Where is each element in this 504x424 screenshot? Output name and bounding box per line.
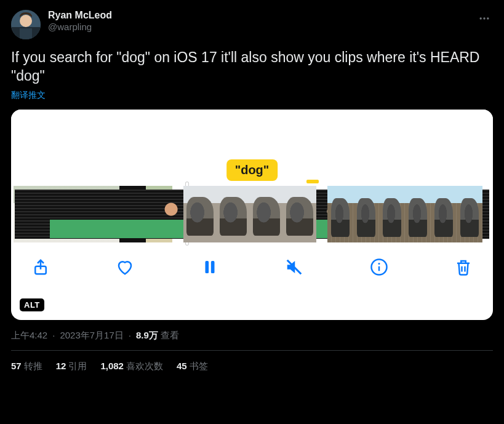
clip-group[interactable] <box>183 186 316 242</box>
clip-group[interactable] <box>14 186 172 242</box>
clip-group[interactable] <box>327 186 482 242</box>
tweet-time[interactable]: 上午4:42 <box>11 330 47 342</box>
retweets-stat[interactable]: 57转推 <box>11 361 42 372</box>
svg-point-4 <box>480 17 482 19</box>
tweet-text: If you search for "dog" on iOS 17 it'll … <box>11 48 493 85</box>
caption-marker <box>306 180 319 183</box>
quotes-stat[interactable]: 12引用 <box>56 361 87 372</box>
media-attachment[interactable]: "dog" <box>11 110 493 320</box>
svg-rect-8 <box>205 261 209 273</box>
avatar[interactable] <box>11 10 41 39</box>
svg-point-5 <box>483 17 485 19</box>
tweet-meta: 上午4:42 2023年7月17日 8.9万 查看 <box>11 330 493 342</box>
info-icon[interactable] <box>368 256 390 278</box>
tweet-date[interactable]: 2023年7月17日 <box>60 330 123 342</box>
video-timeline[interactable] <box>11 186 493 242</box>
pause-icon[interactable] <box>199 256 221 278</box>
tweet-stats: 57转推 12引用 1,082喜欢次数 45书签 <box>11 351 493 372</box>
media-toolbar <box>11 242 493 278</box>
svg-point-2 <box>20 15 32 27</box>
author-block[interactable]: Ryan McLeod @warpling <box>48 10 476 32</box>
heart-icon[interactable] <box>114 256 136 278</box>
svg-rect-9 <box>211 261 215 273</box>
caption-bubble: "dog" <box>226 159 278 181</box>
media-header-area: "dog" <box>11 110 493 186</box>
author-handle: @warpling <box>48 22 476 32</box>
translate-link[interactable]: 翻译推文 <box>11 90 493 101</box>
views-label: 查看 <box>161 330 179 342</box>
mute-icon[interactable] <box>283 256 305 278</box>
svg-point-13 <box>378 263 380 265</box>
bookmarks-stat[interactable]: 45书签 <box>177 361 208 372</box>
alt-badge[interactable]: ALT <box>20 298 44 311</box>
author-name: Ryan McLeod <box>48 10 476 21</box>
share-icon[interactable] <box>30 256 52 278</box>
tweet-container: Ryan McLeod @warpling If you search for … <box>0 0 504 372</box>
tweet-header: Ryan McLeod @warpling <box>11 10 493 39</box>
svg-point-6 <box>487 17 489 19</box>
svg-rect-3 <box>20 28 32 39</box>
likes-stat[interactable]: 1,082喜欢次数 <box>100 361 163 372</box>
trash-icon[interactable] <box>452 256 474 278</box>
views-count[interactable]: 8.9万 <box>136 330 158 342</box>
more-icon[interactable] <box>476 10 493 30</box>
